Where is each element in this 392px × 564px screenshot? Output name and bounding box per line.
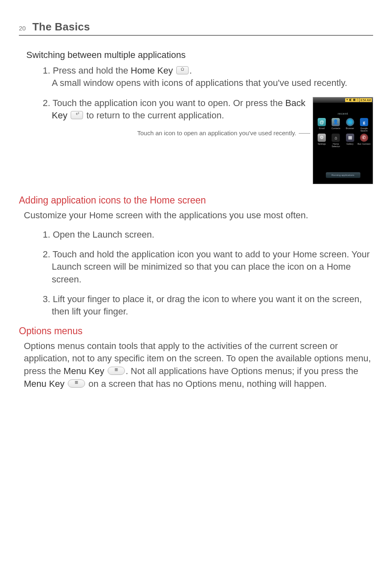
page: 20 The Basics Switching between multiple… xyxy=(0,0,392,414)
app-connect: ✆Box Connect xyxy=(357,134,371,148)
running-applications-button: Running applications xyxy=(326,172,360,178)
back-key-icon xyxy=(71,111,83,119)
svg-rect-2 xyxy=(115,370,118,371)
svg-rect-3 xyxy=(75,381,78,382)
app-browser: 🌐Browser xyxy=(343,118,357,132)
menu-key-label: Menu Key xyxy=(64,366,104,376)
svg-rect-4 xyxy=(75,382,78,383)
app-label: Settings xyxy=(318,143,326,148)
section-intro-adding: Customize your Home screen with the appl… xyxy=(24,209,373,222)
svg-rect-0 xyxy=(115,368,118,369)
step-text: A small window opens with icons of appli… xyxy=(52,78,347,88)
step-number: 2. xyxy=(43,98,50,108)
status-time: 8:54 AM xyxy=(360,98,372,102)
status-icons: ✶ ◧ ▦ ▯ xyxy=(345,98,359,102)
menu-key-icon xyxy=(68,379,85,388)
app-label: Home Selector xyxy=(329,143,343,148)
section-heading-adding: Adding application icons to the Home scr… xyxy=(19,195,373,206)
header-title: The Basics xyxy=(32,21,90,33)
list-item: 2. Touch the application icon you want t… xyxy=(43,97,306,122)
app-label: Gallery xyxy=(346,143,353,148)
step-text: Touch the application icon you want to o… xyxy=(53,98,285,108)
step-number: 3. xyxy=(43,294,50,304)
contacts-icon: 👤 xyxy=(332,118,340,126)
gallery-icon: ▦ xyxy=(346,134,354,142)
step2-row: 2. Touch the application icon you want t… xyxy=(43,97,373,184)
step-text: Press and hold the xyxy=(53,65,131,76)
app-label: Google Search xyxy=(357,127,371,132)
svg-rect-5 xyxy=(75,383,78,384)
app-contacts: 👤Contacts xyxy=(329,118,343,132)
list-item: 3. Lift your finger to place it, or drag… xyxy=(43,293,373,318)
caption-text: Touch an icon to open an application you… xyxy=(137,129,296,137)
menu-key-icon xyxy=(108,367,125,375)
list-item: 1. Press and hold the Home Key . A small… xyxy=(43,65,373,90)
menu-key-label: Menu Key xyxy=(24,379,65,389)
app-label: Email xyxy=(319,127,325,132)
recent-label: recent xyxy=(313,112,373,116)
app-settings: ⚙Settings xyxy=(315,134,329,148)
app-google: gGoogle Search xyxy=(357,118,371,132)
home-key-label: Home Key xyxy=(131,65,173,76)
step-number: 1. xyxy=(43,65,50,76)
svg-rect-1 xyxy=(115,370,118,370)
app-gallery: ▦Gallery xyxy=(343,134,357,148)
step-text: . xyxy=(189,65,192,76)
page-number: 20 xyxy=(19,25,26,32)
step-number: 1. xyxy=(43,229,50,240)
phone-statusbar: ✶ ◧ ▦ ▯ 8:54 AM xyxy=(313,97,373,103)
app-home: ⌂Home Selector xyxy=(329,134,343,148)
google-icon: g xyxy=(360,118,368,126)
recent-apps-grid: @Email 👤Contacts 🌐Browser gGoogle Search… xyxy=(313,118,373,148)
step-text: Lift your finger to place it, or drag th… xyxy=(52,294,362,317)
phone-screenshot: ✶ ◧ ▦ ▯ 8:54 AM recent @Email 👤Contacts … xyxy=(313,97,373,184)
app-label: Box Connect xyxy=(357,143,371,148)
settings-icon: ⚙ xyxy=(318,134,326,142)
caption-row: Touch an icon to open an application you… xyxy=(43,129,306,137)
home-icon: ⌂ xyxy=(332,134,340,142)
list-item: 2. Touch and hold the application icon y… xyxy=(43,248,373,286)
section-body-options: Options menus contain tools that apply t… xyxy=(24,340,373,391)
adding-steps: 1. Open the Launch screen. 2. Touch and … xyxy=(43,229,373,318)
app-email: @Email xyxy=(315,118,329,132)
home-key-icon xyxy=(176,66,189,74)
subheading-switching: Switching between multiple applications xyxy=(26,50,373,60)
list-item: 1. Open the Launch screen. xyxy=(43,229,373,241)
step-text: to return to the current application. xyxy=(86,110,224,120)
options-text: . Not all applications have Options menu… xyxy=(126,366,358,376)
section-heading-options: Options menus xyxy=(19,326,373,337)
app-label: Browser xyxy=(346,127,354,132)
browser-icon: 🌐 xyxy=(346,118,354,126)
step-text: Touch and hold the application icon you … xyxy=(52,249,370,284)
switching-steps: 1. Press and hold the Home Key . A small… xyxy=(43,65,373,184)
caption-leader-line xyxy=(299,133,310,134)
email-icon: @ xyxy=(318,118,326,126)
step-number: 2. xyxy=(43,249,50,259)
step-text: Open the Launch screen. xyxy=(53,229,154,240)
step2-text-col: 2. Touch the application icon you want t… xyxy=(43,97,306,138)
page-header: 20 The Basics xyxy=(19,21,373,36)
connect-icon: ✆ xyxy=(360,134,368,142)
app-label: Contacts xyxy=(332,127,341,132)
options-text: on a screen that has no Options menu, no… xyxy=(88,379,327,389)
